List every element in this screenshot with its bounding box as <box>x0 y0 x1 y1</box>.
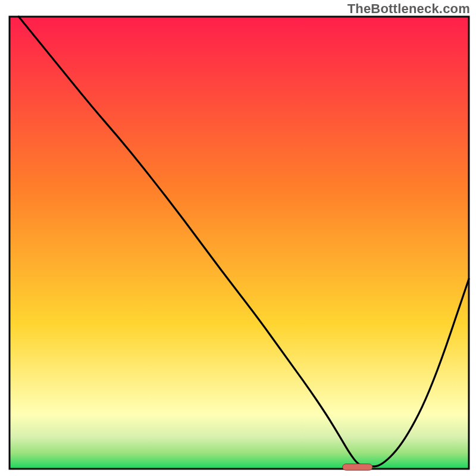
optimal-range-marker <box>343 464 372 471</box>
bottleneck-chart <box>0 0 476 476</box>
plot-background <box>10 17 469 469</box>
chart-stage: TheBottleneck.com <box>0 0 476 476</box>
watermark-text: TheBottleneck.com <box>347 1 470 17</box>
